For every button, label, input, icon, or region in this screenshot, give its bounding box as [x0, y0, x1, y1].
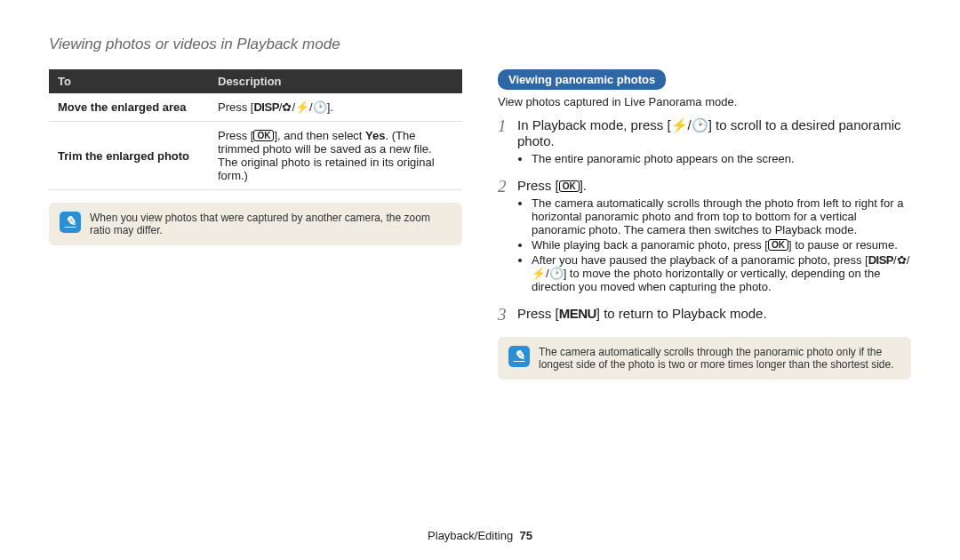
table-row: Trim the enlarged photo Press [OK], and … [49, 122, 462, 190]
page-footer: Playback/Editing 75 [0, 529, 960, 542]
step-bullet: After you have paused the playback of a … [532, 253, 911, 293]
timer-icon [549, 267, 564, 280]
note-text: When you view photos that were captured … [90, 212, 452, 236]
disp-icon: DISP [253, 100, 278, 114]
macro-icon [282, 100, 292, 114]
step-bullet: The entire panoramic photo appears on th… [532, 152, 911, 165]
table-header-description: Description [209, 69, 462, 93]
step-number: 2 [498, 178, 517, 300]
section-intro: View photos captured in Live Panorama mo… [498, 95, 911, 108]
flash-icon [295, 100, 309, 114]
action-table: To Description Move the enlarged area Pr… [49, 69, 462, 190]
flash-icon [671, 117, 688, 132]
page-title: Viewing photos or videos in Playback mod… [49, 36, 911, 53]
note-icon: ✎ [60, 212, 81, 233]
row-desc-move: Press [DISP///]. [209, 93, 462, 122]
table-row: Move the enlarged area Press [DISP///]. [49, 93, 462, 122]
step-number: 1 [498, 117, 517, 172]
row-head-trim: Trim the enlarged photo [49, 122, 209, 190]
step-bullet: The camera automatically scrolls through… [532, 196, 911, 236]
macro-icon [897, 253, 907, 267]
step-3: 3 Press [MENU] to return to Playback mod… [498, 306, 911, 324]
step-2: 2 Press [OK]. The camera automatically s… [498, 178, 911, 300]
ok-icon: OK [253, 130, 274, 141]
note-box: ✎ The camera automatically scrolls throu… [498, 337, 911, 380]
step-1: 1 In Playback mode, press [/] to scroll … [498, 117, 911, 172]
row-head-move: Move the enlarged area [49, 93, 209, 122]
note-box: ✎ When you view photos that were capture… [49, 203, 462, 245]
note-icon: ✎ [508, 346, 530, 367]
row-desc-trim: Press [OK], and then select Yes. (The tr… [209, 122, 462, 190]
step-number: 3 [498, 306, 517, 324]
menu-icon: MENU [559, 306, 596, 321]
disp-icon: DISP [868, 253, 893, 267]
flash-icon [532, 267, 546, 280]
table-header-to: To [49, 69, 209, 93]
section-label: Viewing panoramic photos [498, 69, 666, 90]
note-text: The camera automatically scrolls through… [539, 346, 900, 371]
step-bullet: While playing back a panoramic photo, pr… [532, 238, 911, 252]
timer-icon [313, 100, 327, 114]
ok-icon: OK [559, 180, 580, 192]
timer-icon [692, 117, 708, 132]
ok-icon: OK [768, 239, 788, 251]
